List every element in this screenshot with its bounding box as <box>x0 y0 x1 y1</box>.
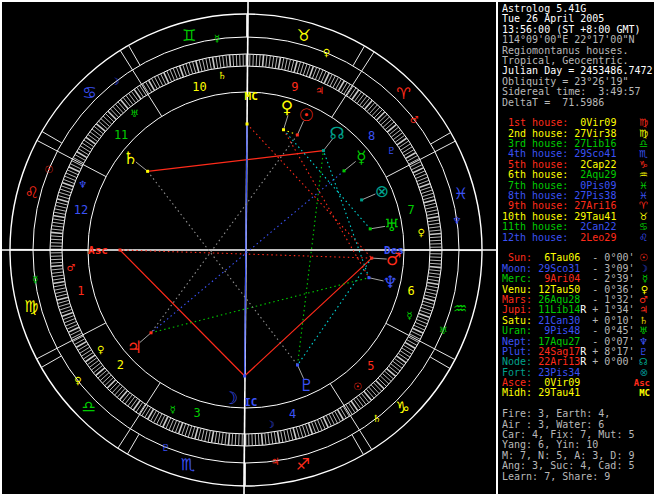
degree-tick <box>268 433 269 445</box>
sign-icon: ♒ <box>639 170 648 180</box>
degree-tick <box>381 117 390 125</box>
degree-tick <box>275 56 277 68</box>
degree-tick <box>202 59 205 71</box>
venus-glyph: ♀ <box>281 97 293 117</box>
degree-tick <box>422 304 433 308</box>
sign-glyph-scorpio: ♏ <box>181 455 195 474</box>
degree-tick <box>376 380 384 389</box>
degree-tick <box>201 429 204 441</box>
degree-tick <box>90 132 100 139</box>
jupiter-dot <box>150 331 153 334</box>
degree-tick <box>117 389 125 398</box>
degree-tick <box>376 112 385 120</box>
degree-tick <box>58 195 70 198</box>
degree-tick <box>277 431 279 443</box>
degree-tick <box>428 276 440 278</box>
natal-wheel: ♈♂♉♀♊☿♋☽♌☉♍☿♎♀♏♇♐♃♑♄♒♅♓♆1♂2♀3☿4☽5☉6☿7♀8♇… <box>0 0 496 496</box>
degree-tick <box>60 189 71 193</box>
node-dot <box>322 149 325 152</box>
sign-glyph-leo: ♌ <box>25 183 39 202</box>
house-number-1: 1 <box>77 284 84 298</box>
degree-tick <box>302 425 306 436</box>
degree-tick <box>297 62 300 74</box>
degree-tick <box>199 60 202 72</box>
degree-tick <box>274 432 276 444</box>
house-number-11: 11 <box>114 128 128 142</box>
degree-tick <box>371 385 379 394</box>
degree-tick <box>290 429 293 441</box>
degree-tick <box>52 219 64 221</box>
pointer-line <box>373 258 387 259</box>
degree-tick <box>94 126 103 134</box>
planet-icon: ☿ <box>642 274 648 284</box>
degree-tick <box>128 93 135 103</box>
degree-tick <box>52 226 64 227</box>
degree-tick <box>383 119 392 127</box>
sign-ruler-icon: ♅ <box>439 325 448 336</box>
planet-icon: MC <box>639 388 650 398</box>
degree-tick <box>59 192 70 196</box>
degree-tick <box>98 121 107 129</box>
house-ruler-icon: ♅ <box>130 108 139 119</box>
house-number-8: 8 <box>368 129 375 143</box>
sign-boundary <box>129 45 140 65</box>
degree-tick <box>59 306 70 310</box>
degree-tick <box>393 361 403 368</box>
info-panel: Astrolog 5.41GTue 26 April 200513:56:00 … <box>496 0 656 496</box>
degree-tick <box>258 434 259 446</box>
degree-tick <box>222 433 223 445</box>
degree-tick <box>427 282 439 284</box>
degree-tick <box>293 428 296 440</box>
degree-tick <box>428 223 440 225</box>
degree-tick <box>429 270 441 271</box>
degree-tick <box>195 428 198 440</box>
pointer-line <box>284 115 288 128</box>
degree-tick <box>91 363 100 370</box>
degree-tick <box>427 216 439 218</box>
house-ruler-icon: ♀ <box>417 227 424 238</box>
degree-tick <box>372 107 380 116</box>
degree-tick <box>296 427 299 439</box>
degree-tick <box>380 376 389 384</box>
fortune-dot <box>360 198 363 201</box>
degree-tick <box>294 61 297 73</box>
degree-tick <box>58 303 69 306</box>
planet-icon: ♃ <box>639 305 648 315</box>
degree-tick <box>430 260 442 261</box>
degree-tick <box>212 57 214 69</box>
sign-ruler-icon: ♃ <box>271 456 280 467</box>
degree-tick <box>102 375 111 383</box>
aspect-quincunx-saturn-pluto <box>148 171 298 365</box>
degree-tick <box>421 307 432 311</box>
degree-tick <box>359 395 366 404</box>
house-number-5: 5 <box>367 359 374 373</box>
house-cusp-list: 1st house: 0Vir09♍ 2nd house: 27Vir38♍ 3… <box>502 118 656 243</box>
sign-glyph-taurus: ♉ <box>297 26 311 45</box>
degree-tick <box>232 434 233 446</box>
degree-tick <box>385 122 394 130</box>
pluto-dot <box>296 363 299 366</box>
degree-tick <box>56 202 68 205</box>
degree-tick <box>126 95 133 104</box>
degree-tick <box>309 66 313 77</box>
degree-tick <box>361 393 369 402</box>
sign-glyph-aries: ♈ <box>396 84 410 103</box>
degree-tick <box>427 213 439 215</box>
mc-dot <box>246 123 249 126</box>
house-ruler-icon: ☉ <box>353 381 362 392</box>
degree-tick <box>192 61 195 73</box>
degree-tick <box>281 431 283 443</box>
degree-tick <box>82 143 92 150</box>
degree-tick <box>429 233 441 234</box>
fortune-glyph: ⊗ <box>375 181 389 201</box>
degree-tick <box>96 124 105 132</box>
house-number-9: 9 <box>291 80 298 94</box>
degree-tick <box>369 105 377 114</box>
degree-tick <box>427 286 439 288</box>
degree-tick <box>401 144 411 151</box>
sign-boundary <box>41 356 61 367</box>
degree-tick <box>188 426 192 437</box>
planet-icon: ♅ <box>639 326 648 336</box>
degree-tick <box>62 312 73 316</box>
degree-tick <box>108 111 116 120</box>
